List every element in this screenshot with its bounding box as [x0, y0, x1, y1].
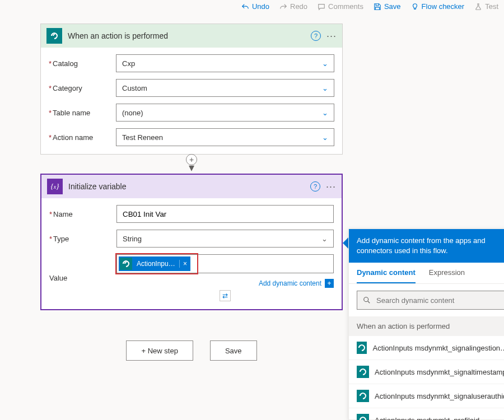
actionname-label: *Action name: [49, 133, 116, 142]
svg-line-1: [368, 301, 370, 304]
dataverse-icon: [46, 28, 62, 44]
flow-checker-label: Flow checker: [422, 2, 465, 11]
type-label: *Type: [49, 235, 116, 243]
save-label: Save: [384, 2, 401, 11]
dc-item-label: ActionInputs msdynmkt_signaltimestamp: [375, 368, 504, 376]
arrow-down-icon: ▾: [189, 165, 194, 170]
type-value: String: [123, 235, 142, 243]
dataverse-icon: [357, 342, 367, 354]
redo-label: Redo: [290, 2, 307, 11]
trigger-card-body: *Catalog Cxp⌄ *Category Custom⌄ *Table n…: [41, 48, 342, 154]
dc-item[interactable]: ActionInputs msdynmkt_signaltimestamp: [349, 360, 504, 384]
undo-button[interactable]: Undo: [241, 2, 269, 11]
undo-icon: [241, 3, 249, 11]
category-label: *Category: [49, 84, 116, 92]
dataverse-icon: [357, 366, 369, 378]
callout-arrow-icon: [343, 237, 348, 249]
dynamic-token[interactable]: ActionInputs m... ×: [119, 256, 190, 271]
dc-search[interactable]: [357, 291, 504, 310]
dataverse-icon: [357, 390, 369, 402]
footer-save-button[interactable]: Save: [210, 340, 257, 361]
table-label: *Table name: [49, 109, 116, 117]
redo-button[interactable]: Redo: [279, 2, 307, 11]
chevron-down-icon: ⌄: [322, 84, 328, 92]
name-input[interactable]: [116, 205, 334, 223]
comments-label: Comments: [328, 2, 363, 11]
comments-button[interactable]: Comments: [318, 2, 363, 11]
actionname-dropdown[interactable]: Test Reneen⌄: [116, 128, 334, 146]
category-dropdown[interactable]: Custom⌄: [116, 79, 334, 97]
actionname-value: Test Reneen: [122, 133, 163, 142]
name-label: *Name: [49, 210, 116, 218]
dc-tabs: Dynamic content Expression: [349, 263, 504, 284]
dc-item-label: ActionInputs msdynmkt_signalingestiontim…: [372, 344, 504, 352]
more-icon[interactable]: ···: [326, 181, 336, 193]
save-button[interactable]: Save: [374, 2, 401, 11]
redo-icon: [279, 3, 287, 11]
action-title: Initialize variable: [68, 182, 310, 191]
tab-dynamic-content[interactable]: Dynamic content: [357, 268, 416, 283]
action-card[interactable]: {x} Initialize variable ? ··· *Name *Typ…: [40, 174, 343, 310]
variable-icon: {x}: [47, 179, 63, 194]
chevron-down-icon: ⌄: [322, 109, 328, 117]
help-icon[interactable]: ?: [310, 181, 320, 192]
dc-search-input[interactable]: [376, 296, 502, 305]
catalog-dropdown[interactable]: Cxp⌄: [116, 54, 334, 72]
chevron-down-icon: ⌄: [322, 59, 328, 68]
dc-banner: Add dynamic content from the apps and co…: [349, 229, 504, 263]
add-dynamic-content-link[interactable]: Add dynamic content +: [116, 279, 334, 288]
svg-point-0: [364, 297, 368, 302]
trigger-card-header[interactable]: When an action is performed ? ···: [41, 24, 342, 48]
dc-item-label: ActionInputs msdynmkt_profileid: [375, 416, 479, 420]
value-input[interactable]: ActionInputs m... ×: [116, 254, 334, 273]
dc-section-header: When an action is performed: [349, 316, 504, 336]
more-icon[interactable]: ···: [326, 30, 337, 42]
dc-item[interactable]: ActionInputs msdynmkt_signalingestiontim…: [349, 336, 504, 360]
token-picker-marker[interactable]: ⇄: [220, 290, 231, 301]
trigger-card[interactable]: When an action is performed ? ··· *Catal…: [40, 24, 343, 155]
category-value: Custom: [122, 84, 147, 92]
token-remove-button[interactable]: ×: [179, 260, 190, 268]
table-value: (none): [122, 109, 143, 117]
command-bar: Undo Redo Comments Save Flow checker Tes…: [241, 2, 498, 11]
chevron-down-icon: ⌄: [322, 133, 328, 142]
dc-item[interactable]: ActionInputs msdynmkt_signaluserauthid: [349, 384, 504, 408]
flow-canvas: When an action is performed ? ··· *Catal…: [40, 24, 343, 361]
value-label: Value: [49, 274, 116, 282]
flow-checker-button[interactable]: Flow checker: [411, 2, 465, 11]
test-icon: [474, 3, 482, 11]
dc-item[interactable]: ActionInputs msdynmkt_profileid: [349, 408, 504, 420]
new-step-button[interactable]: + New step: [126, 340, 193, 361]
table-dropdown[interactable]: (none)⌄: [116, 104, 334, 122]
dynamic-content-panel: Add dynamic content from the apps and co…: [348, 228, 504, 420]
comments-icon: [318, 3, 325, 11]
test-button[interactable]: Test: [474, 2, 498, 11]
test-label: Test: [485, 2, 498, 11]
action-card-header[interactable]: {x} Initialize variable ? ···: [41, 175, 342, 198]
insert-step-button[interactable]: +: [186, 154, 197, 165]
token-label: ActionInputs m...: [133, 260, 179, 268]
chevron-down-icon: ⌄: [321, 235, 328, 243]
search-icon: [363, 296, 371, 304]
dc-item-label: ActionInputs msdynmkt_signaluserauthid: [375, 392, 504, 400]
connector: + ▾: [40, 155, 343, 174]
action-card-body: *Name *Type String⌄ Value ActionInputs m…: [41, 198, 342, 309]
tab-expression[interactable]: Expression: [429, 268, 465, 283]
flow-checker-icon: [411, 3, 419, 11]
footer-buttons: + New step Save: [40, 340, 343, 361]
type-dropdown[interactable]: String⌄: [116, 230, 334, 248]
catalog-label: *Catalog: [49, 59, 116, 68]
help-icon[interactable]: ?: [311, 31, 321, 41]
dataverse-icon: [357, 414, 369, 420]
dataverse-icon: [120, 258, 132, 270]
save-icon: [374, 3, 381, 11]
trigger-title: When an action is performed: [68, 31, 311, 40]
undo-label: Undo: [252, 2, 269, 11]
add-dynamic-label: Add dynamic content: [259, 279, 321, 287]
plus-icon: +: [325, 279, 334, 288]
catalog-value: Cxp: [122, 59, 135, 68]
